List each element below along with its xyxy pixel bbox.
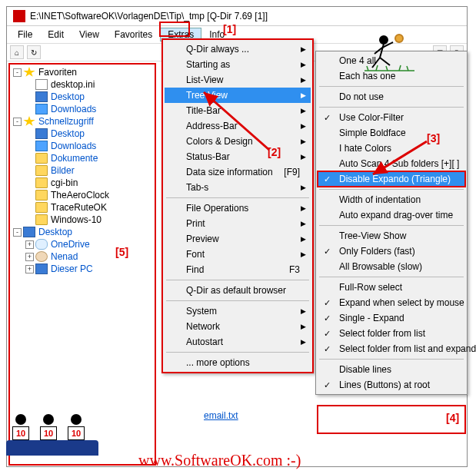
titlebar: E:\INET\SoftwareOK\VorlagenDE\Tip\_tmp [… [7, 7, 467, 26]
expando-icon[interactable]: + [25, 240, 34, 249]
menu-item[interactable]: Tree-View▶ [165, 88, 311, 103]
svg-line-14 [407, 66, 408, 71]
menu-item[interactable]: Font▶ [165, 247, 311, 262]
menu-item[interactable]: ... more options [165, 355, 311, 370]
toolbar-btn-1[interactable]: ⌂ [10, 45, 24, 59]
menu-item-label: Print [186, 218, 205, 229]
menu-item[interactable]: Do not use [318, 89, 465, 104]
toolbar-btn-2[interactable]: ↻ [27, 45, 41, 59]
tree-item[interactable]: cgi-bin [12, 177, 153, 189]
user-icon [35, 251, 48, 262]
menu-item[interactable]: ✓Expand when select by mouse [318, 295, 465, 310]
menu-item[interactable]: Disable lines [318, 362, 465, 377]
menu-item[interactable]: Simple Boldface [318, 125, 465, 141]
tree-item[interactable]: +Nenad [12, 250, 153, 263]
menu-item[interactable]: Colors & Design▶ [165, 134, 311, 149]
menu-item[interactable]: Full-Row select [318, 280, 465, 295]
annotation-2: [2] [268, 146, 281, 158]
check-icon: ✓ [324, 329, 331, 339]
menu-item[interactable]: Network▶ [165, 319, 311, 334]
expando-icon[interactable]: + [25, 265, 34, 273]
tree-item[interactable]: Windows-10 [12, 214, 153, 226]
menu-item-label: All Browsable (slow) [339, 261, 422, 272]
menu-item[interactable]: I hate Colors [318, 141, 465, 156]
menu-item[interactable]: Print▶ [165, 216, 311, 231]
menu-item[interactable]: Tree-View Show [318, 228, 465, 244]
menu-item[interactable]: Starting as▶ [165, 57, 311, 72]
tree-label: TheAeroClock [51, 190, 109, 201]
menu-item[interactable]: Auto Scan 4 Sub folders [+][ ] [318, 156, 465, 171]
menu-item[interactable]: Q-Dir always ...▶ [165, 41, 311, 57]
menu-item[interactable]: Width of indentation [318, 192, 465, 207]
menu-separator [166, 197, 309, 198]
tree-item[interactable]: -Desktop [12, 226, 153, 238]
menu-item[interactable]: ✓Use Color-Filter [318, 110, 465, 125]
tree-item[interactable]: Dokumente [12, 152, 153, 164]
star-icon [23, 116, 35, 127]
menu-item-label: ... more options [186, 357, 250, 368]
menu-item[interactable]: ✓Lines (Buttons) at root [318, 377, 465, 393]
menu-item-label: Lines (Buttons) at root [339, 380, 430, 390]
menu-item[interactable]: Status-Bar▶ [165, 149, 311, 164]
tree-item[interactable]: TraceRuteOK [12, 201, 153, 214]
menu-item-label: Preview [186, 234, 219, 244]
expando-icon[interactable]: + [25, 253, 34, 261]
tree-item[interactable]: Downloads [12, 140, 153, 152]
menu-item[interactable]: File Operations▶ [165, 201, 311, 216]
menu-item[interactable]: Preview▶ [165, 231, 311, 247]
menu-item-label: Network [186, 321, 220, 332]
expando-icon[interactable]: - [13, 228, 22, 237]
svg-line-10 [367, 66, 368, 71]
annotation-1: [1] [223, 23, 236, 35]
menu-item[interactable]: ✓Single - Expand [318, 310, 465, 326]
menu-item[interactable]: ✓Only Folders (fast) [318, 244, 465, 259]
menu-edit[interactable]: Edit [40, 28, 72, 41]
annotation-3: [3] [427, 132, 440, 144]
menu-item-label: Tab-s [186, 182, 208, 193]
menu-file[interactable]: File [10, 28, 40, 41]
watermark-bottom: www.SoftwareOK.com :-) [138, 452, 301, 469]
menu-separator [166, 280, 309, 280]
tree-label: Desktop [51, 128, 85, 139]
menu-item[interactable]: ✓Select folder from list and expand [318, 341, 465, 356]
tree-item[interactable]: Desktop [12, 128, 153, 140]
menu-item-label: Colors & Design [186, 136, 253, 147]
submenu-arrow-icon: ▶ [301, 107, 306, 114]
menu-item[interactable]: Address-Bar▶ [165, 118, 311, 134]
menu-item[interactable]: Tab-s▶ [165, 180, 311, 195]
menu-item[interactable]: Data size information[F9] [165, 164, 311, 180]
menu-separator [319, 359, 464, 360]
expando-icon[interactable]: - [13, 118, 22, 126]
menu-item-label: Width of indentation [339, 194, 421, 205]
menu-item[interactable]: ✓Select folder from list [318, 326, 465, 341]
menu-item[interactable]: ✓Disable Expando (Triangle) [318, 171, 465, 187]
menu-item[interactable]: Auto expand drag-over time [318, 207, 465, 223]
submenu-arrow-icon: ▶ [301, 76, 306, 84]
tree-item[interactable]: Desktop [12, 91, 153, 103]
tree-item[interactable]: Downloads [12, 103, 153, 115]
expando-icon[interactable]: - [13, 68, 22, 77]
tree-item[interactable]: Bilder [12, 164, 153, 177]
menu-item-label: Data size information [186, 167, 273, 177]
tree-panel[interactable]: -Favoritendesktop.iniDesktopDownloads-Sc… [8, 63, 156, 466]
menu-item-label: Font [186, 249, 205, 260]
file-link[interactable]: email.txt [204, 410, 238, 421]
submenu-arrow-icon: ▶ [301, 153, 306, 161]
menu-item[interactable]: List-View▶ [165, 72, 311, 88]
menu-item[interactable]: Title-Bar▶ [165, 103, 311, 118]
menu-item[interactable]: Q-Dir as default browser [165, 283, 311, 298]
menu-item[interactable]: System▶ [165, 303, 311, 319]
tree-item[interactable]: -Schnellzugriff [12, 115, 153, 128]
tree-item[interactable]: -Favoriten [12, 66, 153, 78]
tree-item[interactable]: TheAeroClock [12, 189, 153, 201]
menu-view[interactable]: View [72, 28, 107, 41]
menu-item[interactable]: All Browsable (slow) [318, 259, 465, 274]
tree-item[interactable]: +OneDrive [12, 238, 153, 250]
menu-favorites[interactable]: Favorites [107, 28, 160, 41]
tree-label: TraceRuteOK [51, 202, 107, 213]
menu-item[interactable]: Autostart▶ [165, 334, 311, 350]
tree-item[interactable]: desktop.ini [12, 78, 153, 91]
svg-point-8 [395, 35, 403, 42]
menu-item[interactable]: FindF3 [165, 262, 311, 277]
tree-item[interactable]: +Dieser PC [12, 263, 153, 275]
